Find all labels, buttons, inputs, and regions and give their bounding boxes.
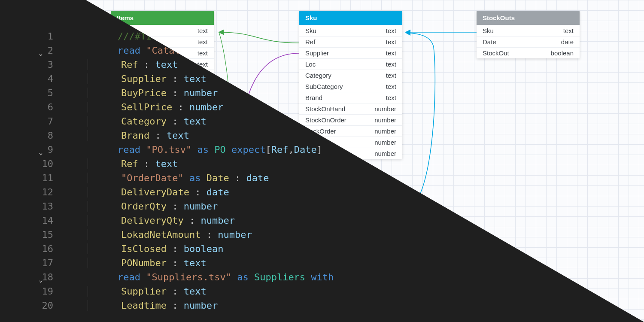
editor-gutter: 12⌄3456789⌄101112131415161718⌄1920 — [0, 0, 58, 313]
table-row[interactable]: Suppliertext — [299, 47, 402, 58]
code-token: text — [184, 286, 207, 297]
code-token: as — [231, 272, 254, 283]
code-token: PO — [214, 144, 226, 155]
line-number: 20 — [0, 298, 58, 313]
column-type: text — [386, 72, 396, 79]
table-row[interactable]: SubCategorytext — [299, 81, 402, 92]
line-number: 9⌄ — [0, 143, 58, 157]
code-token: : — [138, 59, 155, 70]
line-number: 19 — [0, 284, 58, 298]
column-type: text — [563, 27, 574, 34]
code-token: SellPrice — [121, 102, 172, 112]
code-token: Supplier — [121, 286, 167, 297]
table-row[interactable]: StockOutboolean — [477, 47, 580, 58]
column-type: text — [386, 83, 396, 90]
column-type: number — [374, 105, 396, 112]
column-type: text — [197, 49, 208, 57]
table-row[interactable]: Skutext — [477, 25, 580, 36]
code-token: DeliveryDate — [121, 187, 189, 197]
line-number: 11 — [0, 171, 58, 185]
column-type: date — [561, 38, 574, 46]
column-type: text — [386, 27, 396, 34]
line-number: 15 — [0, 228, 58, 242]
code-line[interactable]: Supplier : text — [58, 284, 644, 298]
code-token: text — [155, 59, 178, 70]
code-token: "OrderDate" — [121, 173, 184, 183]
line-number: 14 — [0, 213, 58, 228]
line-number: 6 — [0, 100, 58, 114]
code-token: text — [167, 130, 189, 141]
code-token: : — [167, 258, 184, 268]
column-name: StockOnHand — [305, 105, 345, 112]
column-name: Sku — [305, 27, 316, 34]
code-token: date — [207, 187, 229, 197]
line-number: 17 — [0, 256, 58, 270]
code-token: : — [167, 116, 184, 127]
code-token: BuyPrice — [121, 88, 167, 98]
code-token: Suppliers — [254, 272, 305, 283]
column-type: text — [386, 38, 396, 46]
line-number: 12 — [0, 185, 58, 199]
table-row[interactable]: Datedate — [477, 36, 580, 47]
code-token: : — [167, 286, 184, 297]
table-items-header: Items — [111, 11, 214, 25]
code-token: number — [189, 102, 223, 112]
column-name: Ref — [305, 38, 315, 46]
code-token: "PO.tsv" — [146, 144, 191, 155]
code-token: Date — [207, 173, 229, 183]
table-row[interactable]: Reftext — [299, 36, 402, 47]
column-name: SubCategory — [305, 83, 343, 90]
column-type: text — [386, 61, 396, 68]
code-token: Date — [294, 144, 317, 155]
column-name: Brand — [305, 94, 322, 101]
code-token: : — [184, 215, 201, 226]
line-number: 4 — [0, 72, 58, 86]
code-line[interactable]: Leadtime : number — [58, 298, 644, 313]
code-token: Category — [121, 116, 167, 127]
code-line[interactable]: read "Suppliers.tsv" as Suppliers with — [58, 270, 644, 284]
table-row[interactable]: Categorytext — [299, 70, 402, 81]
code-token: as — [184, 173, 207, 183]
column-name: Supplier — [305, 49, 329, 57]
line-number: 3 — [0, 58, 58, 72]
column-name: Date — [483, 38, 496, 46]
code-token: read — [118, 45, 146, 56]
code-token: read — [118, 144, 146, 155]
line-number: 7 — [0, 114, 58, 128]
table-sku-header: Sku — [299, 11, 402, 25]
table-stockouts[interactable]: StockOuts SkutextDatedateStockOutboolean — [477, 11, 580, 58]
code-token: : — [167, 73, 184, 84]
table-row[interactable]: StockOnOrdernumber — [299, 114, 402, 125]
table-row[interactable]: Loctext — [299, 58, 402, 70]
code-token: Leadtime — [121, 300, 167, 311]
line-number: 2⌄ — [0, 43, 58, 58]
code-token: : — [167, 243, 184, 254]
line-number: 10 — [0, 157, 58, 171]
column-type: text — [197, 38, 208, 46]
table-row[interactable]: Brandtext — [299, 92, 402, 103]
code-token: with — [305, 272, 334, 283]
code-token: : — [167, 88, 184, 98]
code-token: boolean — [184, 243, 224, 254]
code-token: text — [184, 258, 207, 268]
table-stockouts-header: StockOuts — [477, 11, 580, 25]
code-token: Ref — [121, 158, 138, 169]
code-token: : — [200, 229, 218, 240]
column-type: number — [374, 128, 396, 135]
code-token: expect — [226, 144, 266, 155]
code-token: number — [200, 215, 234, 226]
table-row[interactable]: StockOnHandnumber — [299, 103, 402, 114]
code-token: [ — [265, 144, 271, 155]
table-row[interactable]: Skutext — [299, 25, 402, 36]
code-token: : — [167, 201, 184, 212]
column-type: number — [374, 139, 396, 146]
line-number: 16 — [0, 242, 58, 256]
code-token: , — [288, 144, 294, 155]
code-token: Ref — [121, 59, 138, 70]
column-name: Category — [305, 72, 331, 79]
code-token: IsClosed — [121, 243, 167, 254]
line-number: 5 — [0, 86, 58, 100]
column-type: text — [386, 49, 396, 57]
code-token: : — [229, 173, 246, 183]
code-token: : — [189, 187, 207, 197]
